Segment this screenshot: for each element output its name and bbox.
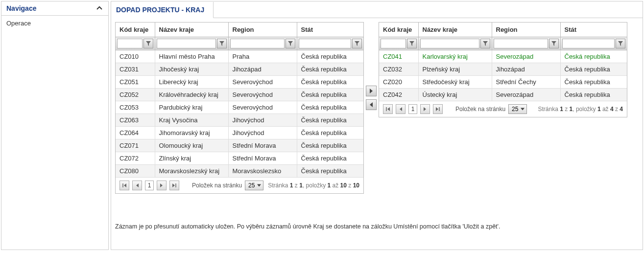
page-size-select[interactable]: 25	[508, 104, 527, 114]
cell-code: CZ020	[379, 76, 418, 89]
cell-name: Středočeský kraj	[418, 76, 492, 89]
table-row[interactable]: CZ072Zlínský krajStřední MoravaČeská rep…	[116, 152, 363, 165]
cell-region: Moravskoslezsko	[228, 165, 297, 178]
filter-icon[interactable]	[217, 39, 227, 48]
transfer-buttons	[366, 22, 377, 110]
table-row[interactable]: CZ041Karlovarský krajSeverozápadČeská re…	[379, 50, 627, 63]
filter-row	[116, 37, 363, 50]
right-table: Kód kraje Název kraje Region Stát CZ041K…	[379, 22, 627, 117]
left-pager: 1Položek na stránku25Stránka 1 z 1, polo…	[116, 178, 363, 193]
pager-items-label: Položek na stránku	[192, 182, 242, 189]
page-size-select[interactable]: 25	[245, 181, 263, 190]
sidebar: Navigace Operace	[1, 1, 109, 250]
table-row[interactable]: CZ064Jihomoravský krajJihovýchodČeská re…	[116, 127, 363, 139]
cell-name: Královéhradecký kraj	[155, 89, 228, 101]
filter-row	[379, 37, 627, 50]
right-pager: 1Položek na stránku25Stránka 1 z 1, polo…	[379, 101, 627, 117]
table-row[interactable]: CZ032Plzeňský krajJihozápadČeská republi…	[379, 63, 627, 76]
cell-region: Severovýchod	[228, 101, 297, 114]
pager-first-button[interactable]	[119, 181, 129, 190]
table-row[interactable]: CZ010Hlavní město PrahaPrahaČeská republ…	[116, 50, 363, 63]
col-state[interactable]: Stát	[297, 23, 363, 37]
cell-region: Střední Morava	[228, 139, 297, 152]
table-row[interactable]: CZ053Pardubický krajSeverovýchodČeská re…	[116, 101, 363, 114]
cell-state: Česká republika	[560, 89, 627, 101]
col-name[interactable]: Název kraje	[155, 23, 228, 37]
filter-icon[interactable]	[286, 39, 295, 48]
cell-code: CZ072	[116, 152, 155, 165]
cell-state: Česká republika	[560, 50, 627, 63]
pager-prev-button[interactable]	[132, 181, 142, 190]
pager-page[interactable]: 1	[145, 181, 154, 190]
col-region[interactable]: Region	[228, 23, 297, 37]
filter-input[interactable]	[381, 39, 406, 48]
filter-input[interactable]	[494, 39, 548, 48]
filter-input[interactable]	[299, 39, 352, 48]
cell-name: Liberecký kraj	[155, 76, 228, 89]
cell-code: CZ031	[116, 63, 155, 76]
tab-dopad[interactable]: DOPAD PROJEKTU - KRAJ	[111, 2, 214, 18]
filter-icon[interactable]	[549, 39, 559, 48]
pager-next-button[interactable]	[420, 104, 430, 114]
left-table: Kód kraje Název kraje Region Stát CZ010H…	[115, 22, 364, 194]
cell-region: Jihozápad	[228, 63, 297, 76]
cell-name: Pardubický kraj	[155, 101, 228, 114]
pager-next-button[interactable]	[157, 181, 167, 190]
cell-state: Česká republika	[560, 76, 627, 89]
table-row[interactable]: CZ080Moravskoslezský krajMoravskoslezsko…	[116, 165, 363, 178]
filter-icon[interactable]	[616, 39, 625, 48]
col-code[interactable]: Kód kraje	[116, 23, 155, 37]
cell-region: Severovýchod	[228, 89, 297, 101]
move-right-button[interactable]	[366, 86, 377, 96]
filter-input[interactable]	[157, 39, 216, 48]
col-region[interactable]: Region	[492, 23, 560, 37]
table-row[interactable]: CZ020Středočeský krajStřední ČechyČeská …	[379, 76, 627, 89]
table-row[interactable]: CZ051Liberecký krajSeverovýchodČeská rep…	[116, 76, 363, 89]
pager-first-button[interactable]	[383, 104, 393, 114]
cell-region: Jihozápad	[492, 63, 560, 76]
cell-state: Česká republika	[297, 114, 363, 127]
filter-input[interactable]	[117, 39, 143, 48]
sidebar-header[interactable]: Navigace	[1, 1, 108, 16]
main-panel: DOPAD PROJEKTU - KRAJ Kód kraje Název kr…	[111, 1, 643, 250]
pager-page[interactable]: 1	[408, 104, 417, 114]
cell-state: Česká republika	[297, 139, 363, 152]
move-left-button[interactable]	[366, 99, 377, 110]
table-row[interactable]: CZ071Olomoucký krajStřední MoravaČeská r…	[116, 139, 363, 152]
table-row[interactable]: CZ042Ústecký krajSeverozápadČeská republ…	[379, 89, 627, 101]
cell-region: Jihovýchod	[228, 127, 297, 139]
cell-state: Česká republika	[297, 63, 363, 76]
pager-last-button[interactable]	[169, 181, 179, 190]
cell-code: CZ063	[116, 114, 155, 127]
cell-region: Severozápad	[492, 50, 560, 63]
pager-last-button[interactable]	[433, 104, 443, 114]
cell-state: Česká republika	[560, 63, 627, 76]
cell-name: Plzeňský kraj	[418, 63, 492, 76]
cell-region: Střední Morava	[228, 152, 297, 165]
cell-region: Severozápad	[492, 89, 560, 101]
table-row[interactable]: CZ031Jihočeský krajJihozápadČeská republ…	[116, 63, 363, 76]
filter-icon[interactable]	[352, 39, 362, 48]
filter-input[interactable]	[562, 39, 615, 48]
col-state[interactable]: Stát	[560, 23, 627, 37]
pager-info: Stránka 1 z 1, položky 1 až 10 z 10	[268, 182, 359, 189]
cell-code: CZ010	[116, 50, 155, 63]
cell-name: Moravskoslezský kraj	[155, 165, 228, 178]
cell-region: Severovýchod	[228, 76, 297, 89]
filter-input[interactable]	[420, 39, 479, 48]
table-row[interactable]: CZ052Královéhradecký krajSeverovýchodČes…	[116, 89, 363, 101]
pager-info: Stránka 1 z 1, položky 1 až 4 z 4	[538, 106, 623, 113]
cell-state: Česká republika	[297, 165, 363, 178]
col-name[interactable]: Název kraje	[418, 23, 492, 37]
table-row[interactable]: CZ063Kraj VysočinaJihovýchodČeská republ…	[116, 114, 363, 127]
filter-icon[interactable]	[407, 39, 417, 48]
filter-icon[interactable]	[480, 39, 490, 48]
col-code[interactable]: Kód kraje	[379, 23, 418, 37]
filter-icon[interactable]	[143, 39, 153, 48]
cell-code: CZ032	[379, 63, 418, 76]
filter-input[interactable]	[230, 39, 285, 48]
note-text: Záznam je po přesunutí automaticky ulože…	[115, 194, 639, 230]
cell-name: Olomoucký kraj	[155, 139, 228, 152]
pager-prev-button[interactable]	[396, 104, 405, 114]
sidebar-item-operace[interactable]: Operace	[1, 16, 108, 31]
